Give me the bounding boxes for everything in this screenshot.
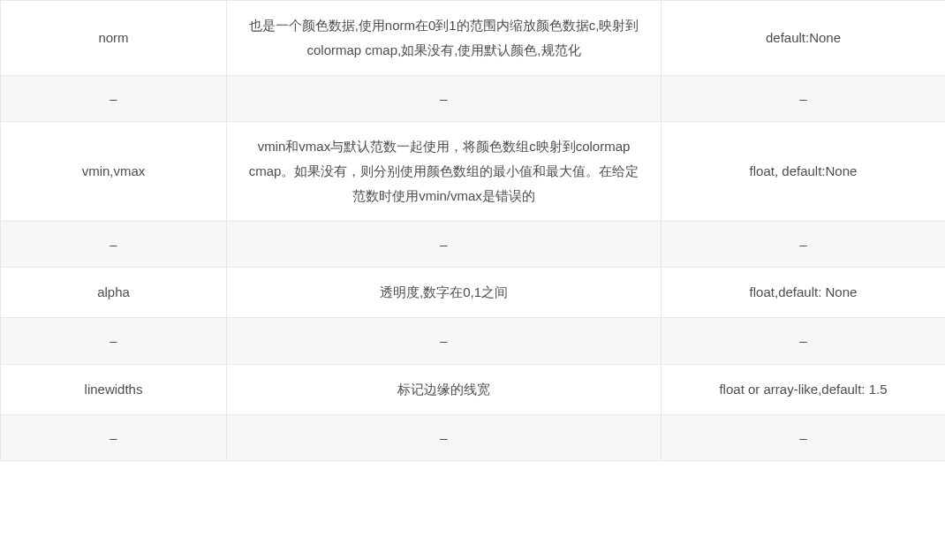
separator-cell: – xyxy=(662,75,946,122)
separator-row: ––– xyxy=(1,414,946,461)
param-desc-cell: 透明度,数字在0,1之间 xyxy=(227,268,662,318)
param-name-cell: alpha xyxy=(1,268,227,318)
separator-cell: – xyxy=(662,221,946,268)
separator-row: ––– xyxy=(1,221,946,268)
param-type-cell: float or array-like,default: 1.5 xyxy=(662,364,946,414)
separator-cell: – xyxy=(227,75,662,122)
separator-row: ––– xyxy=(1,75,946,122)
param-desc-cell: 也是一个颜色数据,使用norm在0到1的范围内缩放颜色数据c,映射到colorm… xyxy=(227,1,662,76)
param-desc-cell: 标记边缘的线宽 xyxy=(227,364,662,414)
table-row: alpha透明度,数字在0,1之间float,default: None xyxy=(1,268,946,318)
param-desc-cell: vmin和vmax与默认范数一起使用，将颜色数组c映射到colormap cma… xyxy=(227,122,662,221)
param-type-cell: default:None xyxy=(662,1,946,76)
param-name-cell: vmin,vmax xyxy=(1,122,227,221)
separator-cell: – xyxy=(227,221,662,268)
param-name-cell: norm xyxy=(1,1,227,76)
separator-cell: – xyxy=(227,414,662,461)
param-name-cell: linewidths xyxy=(1,364,227,414)
separator-cell: – xyxy=(662,414,946,461)
param-table: norm也是一个颜色数据,使用norm在0到1的范围内缩放颜色数据c,映射到co… xyxy=(0,0,945,461)
separator-cell: – xyxy=(227,318,662,365)
separator-cell: – xyxy=(1,414,227,461)
separator-cell: – xyxy=(1,75,227,122)
table-row: vmin,vmaxvmin和vmax与默认范数一起使用，将颜色数组c映射到col… xyxy=(1,122,946,221)
separator-cell: – xyxy=(1,221,227,268)
table-row: linewidths标记边缘的线宽float or array-like,def… xyxy=(1,364,946,414)
param-type-cell: float,default: None xyxy=(662,268,946,318)
table-row: norm也是一个颜色数据,使用norm在0到1的范围内缩放颜色数据c,映射到co… xyxy=(1,1,946,76)
separator-cell: – xyxy=(662,318,946,365)
separator-row: ––– xyxy=(1,318,946,365)
separator-cell: – xyxy=(1,318,227,365)
param-type-cell: float, default:None xyxy=(662,122,946,221)
